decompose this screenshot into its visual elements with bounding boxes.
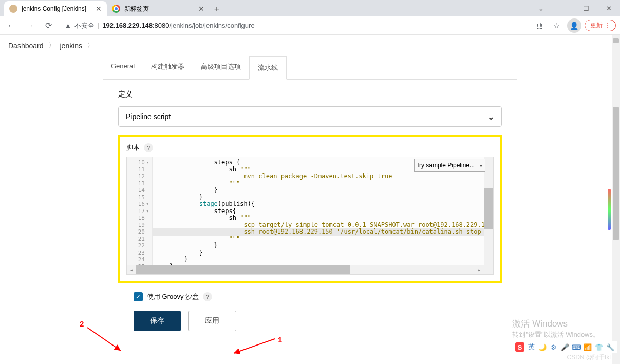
tab-build-triggers[interactable]: 构建触发器 bbox=[143, 56, 193, 79]
tray-wrench-icon[interactable]: 🔧 bbox=[606, 342, 615, 352]
window-minimize-icon[interactable]: — bbox=[552, 0, 575, 16]
window-dropdown-icon[interactable]: ⌄ bbox=[530, 0, 552, 16]
chrome-favicon-icon bbox=[112, 5, 120, 13]
jenkins-favicon-icon bbox=[9, 5, 17, 13]
tray-keyboard-icon[interactable]: ⌨ bbox=[572, 342, 581, 352]
window-close-icon[interactable]: ✕ bbox=[597, 0, 620, 16]
tray-gear-icon[interactable]: ⚙ bbox=[549, 342, 558, 352]
script-editor[interactable]: 10▾111213141516▾17▾1819202122232425 step… bbox=[126, 157, 494, 275]
browser-update-button[interactable]: 更新 ⋮ bbox=[585, 20, 616, 31]
tray-network-icon[interactable]: 📶 bbox=[583, 342, 592, 352]
tab-title: jenkins Config [Jenkins] bbox=[22, 5, 86, 12]
breadcrumb: Dashboard 〉 jenkins 〉 bbox=[0, 35, 620, 56]
window-maximize-icon[interactable]: ☐ bbox=[575, 0, 597, 16]
windows-activation-watermark: 激活 Windows 转到"设置"以激活 Windows。 bbox=[512, 318, 599, 339]
script-help-icon[interactable]: ? bbox=[144, 143, 153, 152]
breadcrumb-jenkins[interactable]: jenkins bbox=[60, 42, 83, 50]
tray-moon-icon[interactable]: 🌙 bbox=[538, 342, 547, 352]
tray-sogou-icon[interactable]: S bbox=[515, 342, 524, 352]
editor-v-scrollbar[interactable] bbox=[484, 157, 493, 265]
profile-avatar-icon[interactable]: 👤 bbox=[567, 18, 581, 33]
security-label: 不安全 bbox=[74, 21, 95, 30]
color-strip-decoration bbox=[608, 189, 611, 230]
sandbox-help-icon[interactable]: ? bbox=[203, 292, 212, 301]
bookmark-star-icon[interactable]: ☆ bbox=[550, 18, 564, 33]
script-highlight-box: 脚本 ? try sample Pipeline... ▾ 10▾1112131… bbox=[118, 135, 502, 283]
tab-title: 新标签页 bbox=[124, 5, 149, 13]
chevron-down-icon: ⌄ bbox=[487, 112, 494, 122]
new-tab-button[interactable]: + bbox=[210, 2, 224, 16]
tab-advanced-options[interactable]: 高级项目选项 bbox=[193, 56, 249, 79]
script-label: 脚本 bbox=[126, 143, 140, 152]
tray-shirt-icon[interactable]: 👕 bbox=[594, 342, 604, 352]
tray-ime-icon[interactable]: 英 bbox=[527, 342, 536, 352]
chevron-right-icon: 〉 bbox=[87, 41, 93, 50]
url-host: 192.168.229.148:8080/jenkins/job/jenkins… bbox=[102, 22, 254, 29]
browser-tabs: jenkins Config [Jenkins] ✕ 新标签页 ✕ + bbox=[0, 0, 224, 16]
annotation-1: 1 bbox=[278, 335, 282, 344]
editor-gutter: 10▾111213141516▾17▾1819202122232425 bbox=[127, 157, 153, 272]
annotation-2: 2 bbox=[80, 319, 84, 328]
tray-mic-icon[interactable]: 🎤 bbox=[560, 342, 570, 352]
definition-select[interactable]: Pipeline script ⌄ bbox=[118, 106, 502, 127]
nav-reload-icon[interactable]: ⟳ bbox=[41, 18, 55, 33]
nav-back-icon[interactable]: ← bbox=[4, 18, 18, 33]
insecure-icon: ▲ bbox=[65, 22, 71, 29]
editor-h-scrollbar[interactable]: ◂ ▸ bbox=[127, 265, 484, 274]
editor-code[interactable]: steps { sh """ mvn clean package -Dmaven… bbox=[153, 157, 493, 272]
definition-value: Pipeline script bbox=[126, 112, 171, 121]
chevron-right-icon: 〉 bbox=[49, 41, 55, 50]
csdn-watermark: CSDN @阿千tkl bbox=[567, 353, 611, 362]
breadcrumb-dashboard[interactable]: Dashboard bbox=[8, 42, 44, 50]
browser-tab-newtab[interactable]: 新标签页 ✕ bbox=[107, 1, 210, 16]
nav-forward-icon[interactable]: → bbox=[23, 18, 37, 33]
system-tray: S 英 🌙 ⚙ 🎤 ⌨ 📶 👕 🔧 bbox=[513, 341, 617, 353]
apply-button[interactable]: 应用 bbox=[188, 311, 236, 331]
tab-close-icon[interactable]: ✕ bbox=[198, 5, 204, 13]
groovy-sandbox-checkbox[interactable]: ✓ bbox=[134, 292, 143, 301]
page-scrollbar[interactable] bbox=[612, 35, 620, 364]
address-bar[interactable]: ▲ 不安全 | 192.168.229.148:8080/jenkins/job… bbox=[60, 18, 528, 33]
browser-tab-jenkins[interactable]: jenkins Config [Jenkins] ✕ bbox=[4, 1, 107, 16]
save-button[interactable]: 保存 bbox=[134, 311, 181, 331]
translate-icon[interactable]: ⿻ bbox=[532, 18, 547, 33]
groovy-sandbox-label: 使用 Groovy 沙盒 bbox=[147, 292, 199, 301]
tab-pipeline[interactable]: 流水线 bbox=[249, 56, 287, 80]
scroll-right-icon[interactable]: ▸ bbox=[475, 267, 484, 273]
config-tabs: General 构建触发器 高级项目选项 流水线 bbox=[103, 56, 517, 80]
definition-label: 定义 bbox=[118, 90, 502, 99]
chevron-down-icon: ▾ bbox=[480, 163, 482, 168]
scroll-left-icon[interactable]: ◂ bbox=[127, 267, 136, 273]
sample-pipeline-select[interactable]: try sample Pipeline... ▾ bbox=[414, 159, 485, 172]
tab-close-icon[interactable]: ✕ bbox=[96, 5, 102, 13]
tab-general[interactable]: General bbox=[103, 56, 143, 79]
